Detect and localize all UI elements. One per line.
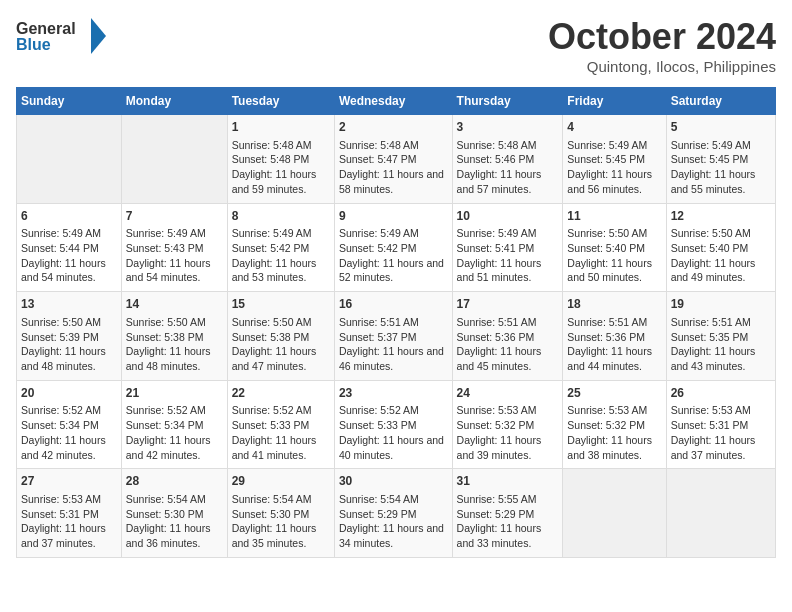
- header-day: Sunday: [17, 88, 122, 115]
- day-number: 12: [671, 208, 771, 225]
- day-info: Sunrise: 5:49 AM Sunset: 5:42 PM Dayligh…: [232, 226, 330, 285]
- calendar-cell: 25Sunrise: 5:53 AM Sunset: 5:32 PM Dayli…: [563, 380, 666, 469]
- day-number: 22: [232, 385, 330, 402]
- day-info: Sunrise: 5:49 AM Sunset: 5:43 PM Dayligh…: [126, 226, 223, 285]
- day-number: 16: [339, 296, 448, 313]
- day-info: Sunrise: 5:50 AM Sunset: 5:40 PM Dayligh…: [671, 226, 771, 285]
- day-info: Sunrise: 5:50 AM Sunset: 5:39 PM Dayligh…: [21, 315, 117, 374]
- day-number: 2: [339, 119, 448, 136]
- day-number: 6: [21, 208, 117, 225]
- day-info: Sunrise: 5:53 AM Sunset: 5:31 PM Dayligh…: [671, 403, 771, 462]
- page-header: GeneralBlue October 2024 Quintong, Iloco…: [16, 16, 776, 75]
- day-number: 31: [457, 473, 559, 490]
- day-number: 10: [457, 208, 559, 225]
- day-number: 20: [21, 385, 117, 402]
- day-number: 3: [457, 119, 559, 136]
- calendar-cell: 31Sunrise: 5:55 AM Sunset: 5:29 PM Dayli…: [452, 469, 563, 558]
- calendar-cell: 28Sunrise: 5:54 AM Sunset: 5:30 PM Dayli…: [121, 469, 227, 558]
- header-day: Saturday: [666, 88, 775, 115]
- day-number: 23: [339, 385, 448, 402]
- calendar-week-row: 27Sunrise: 5:53 AM Sunset: 5:31 PM Dayli…: [17, 469, 776, 558]
- day-info: Sunrise: 5:50 AM Sunset: 5:40 PM Dayligh…: [567, 226, 661, 285]
- calendar-cell: 17Sunrise: 5:51 AM Sunset: 5:36 PM Dayli…: [452, 292, 563, 381]
- calendar-cell: 16Sunrise: 5:51 AM Sunset: 5:37 PM Dayli…: [334, 292, 452, 381]
- day-info: Sunrise: 5:48 AM Sunset: 5:46 PM Dayligh…: [457, 138, 559, 197]
- day-info: Sunrise: 5:52 AM Sunset: 5:33 PM Dayligh…: [232, 403, 330, 462]
- calendar-cell: 20Sunrise: 5:52 AM Sunset: 5:34 PM Dayli…: [17, 380, 122, 469]
- calendar-week-row: 1Sunrise: 5:48 AM Sunset: 5:48 PM Daylig…: [17, 115, 776, 204]
- header-day: Tuesday: [227, 88, 334, 115]
- day-info: Sunrise: 5:54 AM Sunset: 5:30 PM Dayligh…: [232, 492, 330, 551]
- calendar-cell: 19Sunrise: 5:51 AM Sunset: 5:35 PM Dayli…: [666, 292, 775, 381]
- day-info: Sunrise: 5:53 AM Sunset: 5:31 PM Dayligh…: [21, 492, 117, 551]
- day-info: Sunrise: 5:50 AM Sunset: 5:38 PM Dayligh…: [232, 315, 330, 374]
- day-number: 24: [457, 385, 559, 402]
- calendar-cell: 21Sunrise: 5:52 AM Sunset: 5:34 PM Dayli…: [121, 380, 227, 469]
- day-number: 9: [339, 208, 448, 225]
- svg-text:Blue: Blue: [16, 36, 51, 53]
- day-number: 21: [126, 385, 223, 402]
- day-info: Sunrise: 5:53 AM Sunset: 5:32 PM Dayligh…: [457, 403, 559, 462]
- day-info: Sunrise: 5:51 AM Sunset: 5:37 PM Dayligh…: [339, 315, 448, 374]
- calendar-cell: 30Sunrise: 5:54 AM Sunset: 5:29 PM Dayli…: [334, 469, 452, 558]
- day-number: 7: [126, 208, 223, 225]
- calendar-week-row: 13Sunrise: 5:50 AM Sunset: 5:39 PM Dayli…: [17, 292, 776, 381]
- day-number: 18: [567, 296, 661, 313]
- day-info: Sunrise: 5:52 AM Sunset: 5:33 PM Dayligh…: [339, 403, 448, 462]
- title-section: October 2024 Quintong, Ilocos, Philippin…: [548, 16, 776, 75]
- calendar-cell: 26Sunrise: 5:53 AM Sunset: 5:31 PM Dayli…: [666, 380, 775, 469]
- calendar-cell: 4Sunrise: 5:49 AM Sunset: 5:45 PM Daylig…: [563, 115, 666, 204]
- header-day: Thursday: [452, 88, 563, 115]
- day-number: 15: [232, 296, 330, 313]
- day-number: 19: [671, 296, 771, 313]
- calendar-cell: 5Sunrise: 5:49 AM Sunset: 5:45 PM Daylig…: [666, 115, 775, 204]
- day-info: Sunrise: 5:48 AM Sunset: 5:48 PM Dayligh…: [232, 138, 330, 197]
- day-number: 14: [126, 296, 223, 313]
- day-info: Sunrise: 5:48 AM Sunset: 5:47 PM Dayligh…: [339, 138, 448, 197]
- day-info: Sunrise: 5:51 AM Sunset: 5:35 PM Dayligh…: [671, 315, 771, 374]
- day-number: 8: [232, 208, 330, 225]
- svg-text:General: General: [16, 20, 76, 37]
- calendar-cell: 2Sunrise: 5:48 AM Sunset: 5:47 PM Daylig…: [334, 115, 452, 204]
- header-day: Friday: [563, 88, 666, 115]
- day-info: Sunrise: 5:51 AM Sunset: 5:36 PM Dayligh…: [567, 315, 661, 374]
- calendar-cell: 14Sunrise: 5:50 AM Sunset: 5:38 PM Dayli…: [121, 292, 227, 381]
- day-info: Sunrise: 5:49 AM Sunset: 5:44 PM Dayligh…: [21, 226, 117, 285]
- day-number: 5: [671, 119, 771, 136]
- header-day: Wednesday: [334, 88, 452, 115]
- calendar-cell: [121, 115, 227, 204]
- day-info: Sunrise: 5:49 AM Sunset: 5:41 PM Dayligh…: [457, 226, 559, 285]
- day-info: Sunrise: 5:52 AM Sunset: 5:34 PM Dayligh…: [126, 403, 223, 462]
- day-info: Sunrise: 5:50 AM Sunset: 5:38 PM Dayligh…: [126, 315, 223, 374]
- header-day: Monday: [121, 88, 227, 115]
- calendar-cell: 12Sunrise: 5:50 AM Sunset: 5:40 PM Dayli…: [666, 203, 775, 292]
- calendar-cell: 1Sunrise: 5:48 AM Sunset: 5:48 PM Daylig…: [227, 115, 334, 204]
- header-row: SundayMondayTuesdayWednesdayThursdayFrid…: [17, 88, 776, 115]
- calendar-cell: 3Sunrise: 5:48 AM Sunset: 5:46 PM Daylig…: [452, 115, 563, 204]
- day-number: 1: [232, 119, 330, 136]
- calendar-cell: 11Sunrise: 5:50 AM Sunset: 5:40 PM Dayli…: [563, 203, 666, 292]
- calendar-cell: [17, 115, 122, 204]
- day-number: 26: [671, 385, 771, 402]
- day-info: Sunrise: 5:51 AM Sunset: 5:36 PM Dayligh…: [457, 315, 559, 374]
- calendar-cell: 8Sunrise: 5:49 AM Sunset: 5:42 PM Daylig…: [227, 203, 334, 292]
- day-number: 30: [339, 473, 448, 490]
- day-number: 25: [567, 385, 661, 402]
- calendar-cell: 9Sunrise: 5:49 AM Sunset: 5:42 PM Daylig…: [334, 203, 452, 292]
- calendar-cell: [563, 469, 666, 558]
- location-subtitle: Quintong, Ilocos, Philippines: [548, 58, 776, 75]
- calendar-cell: [666, 469, 775, 558]
- calendar-week-row: 20Sunrise: 5:52 AM Sunset: 5:34 PM Dayli…: [17, 380, 776, 469]
- logo-svg: GeneralBlue: [16, 16, 126, 56]
- day-info: Sunrise: 5:49 AM Sunset: 5:45 PM Dayligh…: [567, 138, 661, 197]
- calendar-cell: 24Sunrise: 5:53 AM Sunset: 5:32 PM Dayli…: [452, 380, 563, 469]
- calendar-cell: 7Sunrise: 5:49 AM Sunset: 5:43 PM Daylig…: [121, 203, 227, 292]
- day-number: 29: [232, 473, 330, 490]
- calendar-table: SundayMondayTuesdayWednesdayThursdayFrid…: [16, 87, 776, 558]
- day-info: Sunrise: 5:55 AM Sunset: 5:29 PM Dayligh…: [457, 492, 559, 551]
- day-number: 27: [21, 473, 117, 490]
- calendar-cell: 18Sunrise: 5:51 AM Sunset: 5:36 PM Dayli…: [563, 292, 666, 381]
- day-number: 17: [457, 296, 559, 313]
- day-number: 11: [567, 208, 661, 225]
- calendar-cell: 29Sunrise: 5:54 AM Sunset: 5:30 PM Dayli…: [227, 469, 334, 558]
